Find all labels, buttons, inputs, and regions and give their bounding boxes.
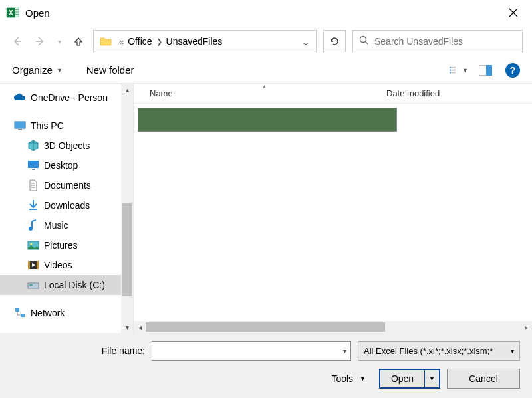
tree-scrollbar[interactable]: ▴ ▾ bbox=[121, 84, 133, 333]
horizontal-scrollbar[interactable]: ◂ ▸ bbox=[134, 321, 532, 333]
file-rows[interactable] bbox=[134, 104, 532, 321]
column-date[interactable]: Date modified bbox=[386, 88, 440, 98]
up-button[interactable] bbox=[70, 33, 86, 49]
cancel-button[interactable]: Cancel bbox=[447, 369, 520, 389]
scroll-left-icon[interactable]: ◂ bbox=[134, 324, 146, 331]
tree-documents[interactable]: Documents bbox=[0, 175, 133, 195]
scroll-right-icon[interactable]: ▸ bbox=[520, 324, 532, 331]
svg-rect-37 bbox=[21, 314, 25, 317]
svg-point-30 bbox=[31, 243, 33, 245]
refresh-button[interactable] bbox=[323, 30, 346, 52]
address-bar: ▾ « Office ❯ UnsavedFiles ⌄ bbox=[0, 25, 532, 57]
svg-line-11 bbox=[366, 42, 368, 45]
scroll-thumb[interactable] bbox=[122, 203, 132, 296]
open-dialog: X Open ▾ « Office ❯ UnsavedFiles ⌄ bbox=[0, 0, 532, 398]
svg-rect-1 bbox=[15, 7, 19, 10]
download-icon bbox=[27, 199, 40, 212]
breadcrumb-seg-unsaved[interactable]: UnsavedFiles bbox=[166, 36, 223, 47]
dialog-footer: File name: ▾ All Excel Files (*.xl*;*.xl… bbox=[0, 333, 532, 398]
tree-onedrive[interactable]: OneDrive - Person bbox=[0, 88, 133, 108]
caret-down-icon: ▼ bbox=[360, 375, 366, 382]
svg-rect-3 bbox=[15, 12, 19, 15]
svg-rect-16 bbox=[450, 72, 451, 73]
svg-point-28 bbox=[29, 227, 33, 231]
new-folder-button[interactable]: New folder bbox=[86, 64, 134, 76]
open-split-dropdown[interactable]: ▼ bbox=[424, 370, 439, 387]
network-icon bbox=[13, 306, 27, 320]
tree-pictures[interactable]: Pictures bbox=[0, 235, 133, 255]
scroll-down-icon[interactable]: ▾ bbox=[126, 321, 129, 333]
close-button[interactable] bbox=[500, 2, 527, 23]
recent-dropdown[interactable]: ▾ bbox=[55, 33, 64, 49]
breadcrumb-seg-office[interactable]: Office bbox=[128, 36, 152, 47]
breadcrumb-prefix: « bbox=[119, 37, 124, 47]
search-input[interactable] bbox=[374, 36, 517, 47]
pictures-icon bbox=[27, 239, 40, 252]
svg-rect-36 bbox=[15, 308, 19, 312]
preview-pane-button[interactable] bbox=[476, 62, 495, 78]
selected-file-row[interactable] bbox=[138, 108, 397, 132]
svg-rect-13 bbox=[452, 66, 456, 68]
svg-rect-4 bbox=[15, 15, 19, 17]
tree-3d-objects[interactable]: 3D Objects bbox=[0, 136, 133, 155]
filename-label: File name: bbox=[12, 346, 152, 356]
svg-rect-15 bbox=[452, 69, 456, 70]
svg-rect-2 bbox=[15, 9, 19, 12]
organize-button[interactable]: Organize▼ bbox=[12, 64, 63, 76]
svg-rect-21 bbox=[18, 129, 22, 130]
search-box[interactable] bbox=[352, 30, 523, 52]
svg-rect-14 bbox=[450, 69, 451, 70]
breadcrumb-box[interactable]: « Office ❯ UnsavedFiles ⌄ bbox=[93, 30, 317, 52]
svg-rect-22 bbox=[28, 161, 39, 168]
svg-rect-23 bbox=[32, 169, 35, 170]
desktop-icon bbox=[27, 159, 40, 172]
filetype-combo[interactable]: All Excel Files (*.xl*;*.xlsx;*.xlsm;* ▾ bbox=[358, 341, 520, 361]
forward-button[interactable] bbox=[32, 33, 48, 49]
document-icon bbox=[27, 179, 40, 192]
svg-rect-32 bbox=[28, 261, 30, 269]
filename-input[interactable] bbox=[156, 346, 343, 356]
tree-downloads[interactable]: Downloads bbox=[0, 195, 133, 215]
filename-dropdown-icon[interactable]: ▾ bbox=[343, 348, 346, 355]
open-button[interactable]: Open ▼ bbox=[379, 369, 440, 389]
tree-network[interactable]: Network bbox=[0, 303, 133, 323]
svg-rect-20 bbox=[15, 122, 25, 128]
column-name[interactable]: Name bbox=[134, 88, 386, 98]
folder-icon bbox=[99, 35, 112, 48]
search-icon bbox=[358, 35, 369, 48]
nav-tree: OneDrive - Person This PC 3D Objects Des… bbox=[0, 84, 133, 333]
svg-rect-17 bbox=[452, 72, 456, 73]
music-icon bbox=[27, 219, 40, 232]
svg-rect-33 bbox=[37, 261, 39, 269]
tree-videos[interactable]: Videos bbox=[0, 255, 133, 275]
titlebar: X Open bbox=[0, 0, 532, 25]
view-layout-button[interactable]: ▼ bbox=[450, 62, 468, 78]
tree-local-disk[interactable]: Local Disk (C:) bbox=[0, 275, 133, 295]
chevron-right-icon[interactable]: ❯ bbox=[156, 37, 162, 46]
tree-this-pc[interactable]: This PC bbox=[0, 116, 133, 136]
filetype-dropdown-icon: ▾ bbox=[511, 348, 514, 355]
help-button[interactable]: ? bbox=[505, 63, 520, 78]
tree-music[interactable]: Music bbox=[0, 215, 133, 235]
breadcrumb-dropdown[interactable]: ⌄ bbox=[297, 35, 313, 48]
monitor-icon bbox=[13, 119, 27, 132]
toolbar: Organize▼ New folder ▼ ? bbox=[0, 57, 532, 84]
svg-text:X: X bbox=[9, 9, 13, 17]
svg-rect-35 bbox=[29, 284, 33, 286]
caret-down-icon: ▼ bbox=[57, 67, 63, 74]
videos-icon bbox=[27, 258, 40, 272]
caret-down-icon: ▼ bbox=[462, 67, 468, 74]
tree-desktop[interactable]: Desktop bbox=[0, 155, 133, 175]
tools-button[interactable]: Tools ▼ bbox=[331, 373, 366, 384]
svg-point-10 bbox=[360, 37, 366, 43]
svg-rect-12 bbox=[450, 66, 451, 68]
cube-icon bbox=[27, 139, 40, 152]
scroll-up-icon[interactable]: ▴ bbox=[126, 84, 129, 96]
svg-rect-19 bbox=[486, 65, 492, 76]
window-title: Open bbox=[25, 7, 500, 19]
hscroll-thumb[interactable] bbox=[146, 322, 385, 332]
drive-icon bbox=[27, 278, 40, 292]
dialog-body: OneDrive - Person This PC 3D Objects Des… bbox=[0, 84, 532, 333]
filename-combo[interactable]: ▾ bbox=[152, 341, 351, 361]
back-button[interactable] bbox=[9, 33, 25, 49]
